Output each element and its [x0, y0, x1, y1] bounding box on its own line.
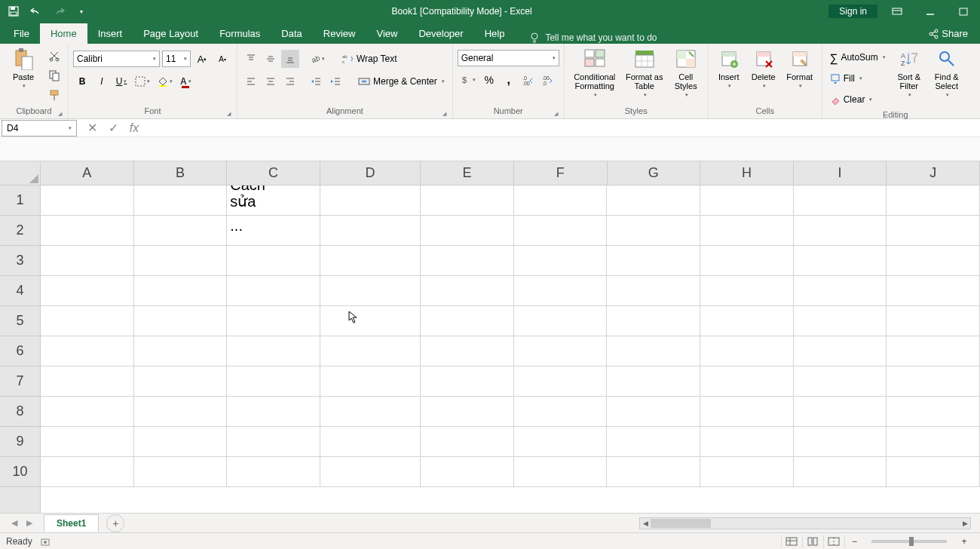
- cell[interactable]: [320, 367, 421, 397]
- cell[interactable]: [134, 306, 228, 336]
- row-header[interactable]: 7: [0, 367, 40, 397]
- cell[interactable]: [794, 306, 887, 336]
- cell[interactable]: Cáchsửa: [227, 186, 320, 216]
- cell[interactable]: [514, 216, 608, 246]
- group-label-font[interactable]: Font: [73, 105, 232, 118]
- align-bottom-icon[interactable]: [281, 50, 299, 68]
- ribbon-display-icon[interactable]: [884, 0, 911, 23]
- cell[interactable]: [41, 427, 134, 457]
- cell[interactable]: [320, 336, 421, 367]
- cell[interactable]: [320, 246, 421, 276]
- column-header[interactable]: J: [887, 161, 980, 185]
- cell[interactable]: [607, 306, 700, 336]
- cell[interactable]: [134, 276, 228, 306]
- cell[interactable]: [41, 306, 134, 336]
- cell[interactable]: [794, 246, 887, 276]
- row-header[interactable]: 9: [0, 427, 40, 457]
- align-center-icon[interactable]: [262, 72, 280, 90]
- horizontal-scrollbar[interactable]: ◀ ▶: [639, 517, 971, 529]
- column-header[interactable]: I: [794, 161, 887, 185]
- cut-icon[interactable]: [45, 47, 63, 65]
- cell[interactable]: [607, 246, 700, 276]
- autosum-button[interactable]: ∑AutoSum▾: [827, 48, 889, 66]
- cell[interactable]: [700, 427, 794, 457]
- cell[interactable]: [227, 367, 320, 397]
- redo-icon[interactable]: [51, 4, 66, 19]
- cell[interactable]: [41, 216, 134, 246]
- cell[interactable]: [514, 186, 608, 216]
- row-header[interactable]: 8: [0, 397, 40, 427]
- row-header[interactable]: 6: [0, 336, 40, 367]
- cell[interactable]: [607, 427, 700, 457]
- row-header[interactable]: 5: [0, 306, 40, 336]
- cell[interactable]: [607, 367, 700, 397]
- cell[interactable]: [887, 457, 980, 487]
- column-header[interactable]: G: [608, 161, 701, 185]
- undo-icon[interactable]: [29, 4, 44, 19]
- cell[interactable]: [421, 306, 514, 336]
- cell[interactable]: [134, 367, 228, 397]
- cell[interactable]: [41, 397, 134, 427]
- font-color-icon[interactable]: A▾: [177, 72, 194, 90]
- cell[interactable]: [700, 367, 794, 397]
- increase-font-icon[interactable]: A▴: [193, 50, 211, 68]
- cell[interactable]: [514, 246, 608, 276]
- cell[interactable]: ...: [227, 216, 320, 246]
- cell[interactable]: [41, 457, 134, 487]
- cell[interactable]: [794, 336, 887, 367]
- increase-decimal-icon[interactable]: .0.00: [519, 71, 537, 89]
- cell[interactable]: [794, 367, 887, 397]
- cell[interactable]: [41, 246, 134, 276]
- copy-icon[interactable]: [45, 66, 63, 84]
- fill-button[interactable]: Fill▾: [827, 69, 889, 87]
- cell[interactable]: [227, 457, 320, 487]
- align-right-icon[interactable]: [281, 72, 299, 90]
- format-painter-icon[interactable]: [45, 86, 63, 104]
- cell[interactable]: [134, 397, 228, 427]
- cell[interactable]: [700, 276, 794, 306]
- merge-center-button[interactable]: Merge & Center▾: [355, 72, 448, 90]
- cell[interactable]: [607, 216, 700, 246]
- cell[interactable]: [514, 306, 608, 336]
- paste-button[interactable]: Paste▾: [5, 47, 42, 89]
- borders-icon[interactable]: ▾: [132, 72, 153, 90]
- sort-filter-button[interactable]: AZ Sort & Filter▾: [892, 47, 926, 98]
- cell[interactable]: [794, 186, 887, 216]
- font-size-combo[interactable]: 11▾: [162, 51, 191, 67]
- minimize-icon[interactable]: [917, 0, 944, 23]
- tab-review[interactable]: Review: [313, 23, 366, 44]
- bold-button[interactable]: B: [73, 72, 91, 90]
- cell[interactable]: [41, 367, 134, 397]
- group-label-number[interactable]: Number: [458, 105, 559, 118]
- cell[interactable]: [607, 276, 700, 306]
- accounting-format-icon[interactable]: $▾: [458, 71, 479, 89]
- cell[interactable]: [134, 216, 228, 246]
- cell[interactable]: [514, 397, 608, 427]
- cell[interactable]: [320, 186, 421, 216]
- cancel-formula-icon[interactable]: ✕: [83, 120, 101, 136]
- cell-styles-button[interactable]: Cell Styles▾: [669, 47, 703, 98]
- hscroll-thumb[interactable]: [651, 519, 711, 528]
- cell[interactable]: [794, 276, 887, 306]
- share-button[interactable]: Share: [919, 23, 977, 44]
- cell[interactable]: [421, 367, 514, 397]
- cell[interactable]: [227, 246, 320, 276]
- cell[interactable]: [421, 186, 514, 216]
- number-format-combo[interactable]: General▾: [458, 50, 559, 66]
- cell[interactable]: [227, 276, 320, 306]
- format-as-table-button[interactable]: Format as Table▾: [623, 47, 666, 98]
- cell[interactable]: [320, 216, 421, 246]
- sheet-nav-next-icon[interactable]: ▶: [23, 517, 36, 530]
- cell[interactable]: [887, 306, 980, 336]
- tab-home[interactable]: Home: [40, 23, 87, 44]
- group-label-alignment[interactable]: Alignment: [242, 105, 448, 118]
- cell[interactable]: [887, 427, 980, 457]
- column-header[interactable]: A: [41, 161, 134, 185]
- cell[interactable]: [320, 397, 421, 427]
- cell[interactable]: [421, 246, 514, 276]
- cell[interactable]: [421, 336, 514, 367]
- cell[interactable]: [421, 427, 514, 457]
- cell[interactable]: [320, 457, 421, 487]
- cell[interactable]: [421, 216, 514, 246]
- insert-cells-button[interactable]: Insert▾: [713, 47, 745, 89]
